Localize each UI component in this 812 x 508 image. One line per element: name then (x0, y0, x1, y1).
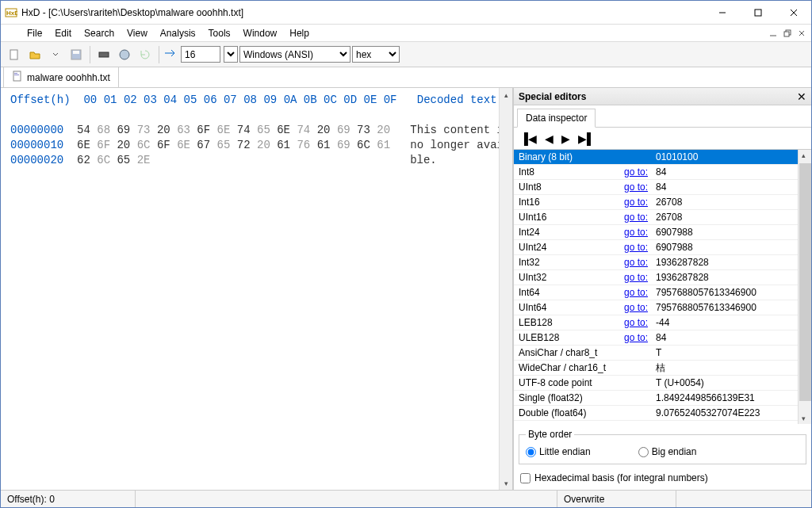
hex-view[interactable]: Offset(h) 00 01 02 03 04 05 06 07 08 09 … (1, 88, 499, 490)
goto-link[interactable]: go to: (624, 197, 648, 208)
svg-rect-13 (73, 51, 79, 54)
file-icon (12, 71, 23, 84)
radio-big-endian[interactable]: Big endian (638, 446, 697, 457)
close-button[interactable] (776, 1, 811, 24)
refresh-icon[interactable] (136, 45, 155, 64)
inspector-row[interactable]: UInt24go to:6907988 (514, 240, 798, 255)
svg-rect-17 (14, 73, 17, 74)
inspector-grid[interactable]: Binary (8 bit)01010100Int8go to:84UInt8g… (514, 150, 798, 424)
goto-link[interactable]: go to: (624, 212, 648, 223)
status-mode: Overwrite (557, 491, 676, 507)
special-editors-panel: Special editors ✕ Data inspector ▐◀ ◀ ▶ … (513, 88, 811, 490)
mdi-restore-icon[interactable] (781, 27, 794, 40)
menu-window[interactable]: Window (237, 25, 284, 41)
status-mid (136, 491, 557, 507)
goto-link[interactable]: go to: (624, 272, 648, 283)
menu-file[interactable]: File (21, 25, 48, 41)
inspector-scrollbar[interactable] (798, 150, 811, 424)
goto-link[interactable]: go to: (624, 242, 648, 253)
svg-rect-18 (14, 74, 19, 75)
radio-little-endian[interactable]: Little endian (526, 446, 591, 457)
hex-scrollbar[interactable]: ▴ ▾ (499, 88, 512, 490)
svg-rect-16 (13, 71, 21, 81)
bytes-per-line-input[interactable] (181, 46, 220, 63)
window-title: HxD - [C:\Users\rariteh\Desktop\malware … (21, 7, 704, 18)
goto-link[interactable]: go to: (624, 181, 648, 193)
status-offset: Offset(h): 0 (1, 491, 136, 507)
datatype-select[interactable]: hex (352, 46, 400, 63)
inspector-row[interactable]: LEB128go to:-44 (514, 315, 798, 330)
mdi-close-icon[interactable] (795, 27, 808, 40)
disk-icon[interactable] (115, 45, 134, 64)
nav-last-icon[interactable]: ▶▌ (578, 132, 595, 145)
nav-prev-icon[interactable]: ◀ (545, 132, 553, 145)
inspector-row[interactable]: WideChar / char16_t桔 (514, 361, 798, 376)
goto-link[interactable]: go to: (624, 287, 648, 298)
menu-edit[interactable]: Edit (48, 25, 78, 41)
menu-view[interactable]: View (121, 25, 154, 41)
app-icon: HxD (5, 6, 17, 19)
tab-data-inspector[interactable]: Data inspector (517, 109, 596, 128)
inspector-row[interactable]: AnsiChar / char8_tT (514, 346, 798, 361)
inspector-row[interactable]: Int8go to:84 (514, 165, 798, 180)
status-empty (676, 491, 811, 507)
goto-link[interactable]: go to: (624, 166, 648, 178)
svg-rect-11 (10, 50, 17, 59)
svg-rect-14 (99, 52, 109, 57)
inspector-row[interactable]: Int64go to:7957688057613346900 (514, 285, 798, 300)
status-bar: Offset(h): 0 Overwrite (1, 490, 811, 507)
inspector-row[interactable]: Int24go to:6907988 (514, 225, 798, 240)
svg-rect-3 (755, 10, 761, 16)
goto-link[interactable]: go to: (624, 302, 648, 313)
minimize-button[interactable] (704, 1, 740, 24)
menu-search[interactable]: Search (78, 25, 121, 41)
goto-link[interactable]: go to: (624, 317, 648, 328)
file-tab[interactable]: malware ooohhh.txt (3, 67, 119, 87)
save-icon[interactable] (67, 45, 86, 64)
inspector-row[interactable]: UInt32go to:1936287828 (514, 270, 798, 285)
menu-tools[interactable]: Tools (202, 25, 237, 41)
inspector-row[interactable]: UTF-8 code pointT (U+0054) (514, 376, 798, 391)
inspector-row[interactable]: Single (float32)1.84924498566139E31 (514, 391, 798, 406)
open-dropdown-icon[interactable] (46, 45, 65, 64)
inspector-nav: ▐◀ ◀ ▶ ▶▌ (514, 128, 811, 150)
inspector-row[interactable]: Int16go to:26708 (514, 195, 798, 210)
inspector-row[interactable]: UInt64go to:7957688057613346900 (514, 300, 798, 315)
nav-next-icon[interactable]: ▶ (561, 132, 570, 145)
new-file-icon[interactable] (5, 45, 24, 64)
tab-bar: malware ooohhh.txt (1, 67, 811, 88)
inspector-row[interactable]: UInt8go to:84 (514, 180, 798, 195)
bpl-icon (163, 48, 178, 61)
menu-bar: File Edit Search View Analysis Tools Win… (1, 25, 811, 42)
toolbar: Windows (ANSI) hex (1, 42, 811, 67)
titlebar: HxD HxD - [C:\Users\rariteh\Desktop\malw… (1, 1, 811, 25)
svg-rect-8 (784, 32, 789, 36)
inspector-row[interactable]: UInt16go to:26708 (514, 210, 798, 225)
svg-text:HxD: HxD (6, 10, 17, 17)
inspector-row[interactable]: Double (float64)9.07652405327074E223 (514, 406, 798, 421)
menu-help[interactable]: Help (283, 25, 316, 41)
open-file-icon[interactable] (25, 45, 44, 64)
nav-first-icon[interactable]: ▐◀ (520, 132, 537, 145)
goto-link[interactable]: go to: (624, 257, 648, 268)
inspector-row[interactable]: OLETIMEInvalid (514, 421, 798, 424)
byte-order-group: Byte order Little endian Big endian (519, 429, 806, 464)
inspector-row[interactable]: Int32go to:1936287828 (514, 255, 798, 270)
mdi-minimize-icon[interactable] (767, 27, 779, 40)
inspector-row[interactable]: Binary (8 bit)01010100 (514, 150, 798, 165)
goto-link[interactable]: go to: (624, 227, 648, 238)
file-tab-label: malware ooohhh.txt (27, 72, 110, 83)
svg-point-15 (120, 50, 129, 59)
inspector-row[interactable]: ULEB128go to:84 (514, 330, 798, 346)
charset-select[interactable]: Windows (ANSI) (239, 46, 350, 63)
panel-close-icon[interactable]: ✕ (797, 90, 806, 103)
hex-basis-checkbox[interactable] (520, 473, 530, 483)
bpl-dropdown[interactable] (224, 46, 238, 63)
hex-basis-label: Hexadecimal basis (for integral numbers) (534, 472, 708, 483)
panel-title: Special editors (519, 91, 586, 102)
menu-analysis[interactable]: Analysis (154, 25, 202, 41)
goto-link[interactable]: go to: (624, 332, 648, 343)
ram-icon[interactable] (94, 45, 113, 64)
maximize-button[interactable] (740, 1, 776, 24)
